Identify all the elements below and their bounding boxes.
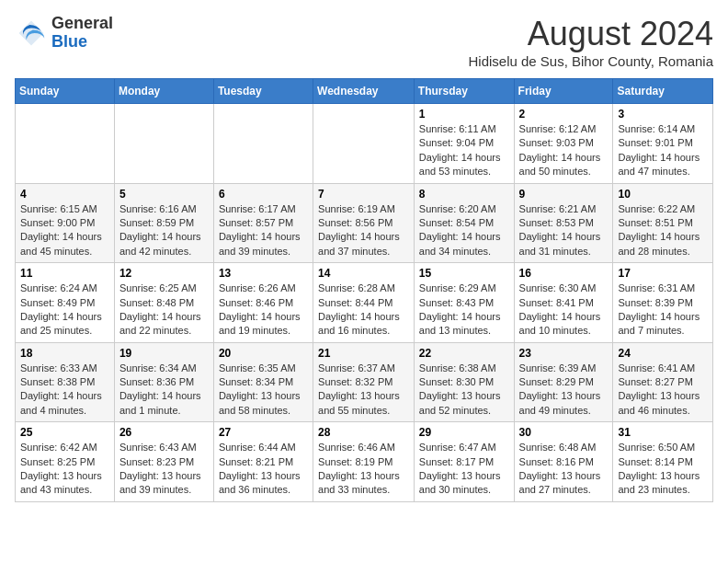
day-number: 10	[618, 188, 708, 201]
calendar-cell: 25Sunrise: 6:42 AM Sunset: 8:25 PM Dayli…	[16, 422, 115, 502]
calendar-cell: 28Sunrise: 6:46 AM Sunset: 8:19 PM Dayli…	[313, 422, 415, 502]
day-number: 11	[20, 267, 109, 280]
day-info: Sunrise: 6:17 AM Sunset: 8:57 PM Dayligh…	[219, 202, 308, 259]
title-block: August 2024 Hidiselu de Sus, Bihor Count…	[468, 15, 713, 69]
calendar-week-row: 18Sunrise: 6:33 AM Sunset: 8:38 PM Dayli…	[16, 342, 713, 422]
calendar-cell: 26Sunrise: 6:43 AM Sunset: 8:23 PM Dayli…	[114, 422, 213, 502]
day-header-friday: Friday	[514, 79, 613, 104]
day-number: 21	[318, 347, 409, 360]
day-info: Sunrise: 6:29 AM Sunset: 8:43 PM Dayligh…	[419, 282, 509, 339]
day-number: 7	[318, 188, 409, 201]
day-number: 27	[219, 426, 308, 439]
day-info: Sunrise: 6:22 AM Sunset: 8:51 PM Dayligh…	[618, 202, 708, 259]
day-info: Sunrise: 6:47 AM Sunset: 8:17 PM Dayligh…	[419, 441, 509, 498]
day-info: Sunrise: 6:24 AM Sunset: 8:49 PM Dayligh…	[20, 282, 109, 339]
calendar-cell: 6Sunrise: 6:17 AM Sunset: 8:57 PM Daylig…	[213, 183, 313, 263]
calendar-cell	[213, 104, 313, 184]
calendar-cell: 29Sunrise: 6:47 AM Sunset: 8:17 PM Dayli…	[414, 422, 514, 502]
day-info: Sunrise: 6:37 AM Sunset: 8:32 PM Dayligh…	[318, 362, 409, 419]
day-number: 12	[119, 267, 209, 280]
logo-general-text: General	[51, 14, 113, 32]
day-info: Sunrise: 6:28 AM Sunset: 8:44 PM Dayligh…	[318, 282, 409, 339]
calendar-cell	[114, 104, 213, 184]
day-number: 16	[519, 267, 609, 280]
day-number: 29	[419, 426, 509, 439]
day-header-wednesday: Wednesday	[313, 79, 415, 104]
day-number: 24	[618, 347, 708, 360]
calendar-cell: 7Sunrise: 6:19 AM Sunset: 8:56 PM Daylig…	[313, 183, 415, 263]
day-info: Sunrise: 6:26 AM Sunset: 8:46 PM Dayligh…	[219, 282, 308, 339]
calendar-cell: 19Sunrise: 6:34 AM Sunset: 8:36 PM Dayli…	[114, 342, 213, 422]
day-info: Sunrise: 6:31 AM Sunset: 8:39 PM Dayligh…	[618, 282, 708, 339]
day-number: 20	[219, 347, 308, 360]
calendar-cell: 11Sunrise: 6:24 AM Sunset: 8:49 PM Dayli…	[16, 263, 115, 343]
day-number: 26	[119, 426, 209, 439]
calendar-cell: 27Sunrise: 6:44 AM Sunset: 8:21 PM Dayli…	[213, 422, 313, 502]
logo-icon	[15, 17, 48, 50]
day-number: 2	[519, 108, 609, 121]
calendar-header-row: SundayMondayTuesdayWednesdayThursdayFrid…	[16, 79, 713, 104]
day-info: Sunrise: 6:30 AM Sunset: 8:41 PM Dayligh…	[519, 282, 609, 339]
day-header-tuesday: Tuesday	[213, 79, 313, 104]
day-info: Sunrise: 6:12 AM Sunset: 9:03 PM Dayligh…	[519, 122, 609, 179]
day-info: Sunrise: 6:42 AM Sunset: 8:25 PM Dayligh…	[20, 441, 109, 498]
calendar-cell: 21Sunrise: 6:37 AM Sunset: 8:32 PM Dayli…	[313, 342, 415, 422]
day-number: 23	[519, 347, 609, 360]
calendar-cell: 30Sunrise: 6:48 AM Sunset: 8:16 PM Dayli…	[514, 422, 613, 502]
day-number: 28	[318, 426, 409, 439]
location-subtitle: Hidiselu de Sus, Bihor County, Romania	[468, 53, 713, 69]
day-number: 13	[219, 267, 308, 280]
day-header-monday: Monday	[114, 79, 213, 104]
calendar-cell: 3Sunrise: 6:14 AM Sunset: 9:01 PM Daylig…	[613, 104, 713, 184]
day-number: 1	[419, 108, 509, 121]
calendar-cell: 31Sunrise: 6:50 AM Sunset: 8:14 PM Dayli…	[613, 422, 713, 502]
calendar-cell: 1Sunrise: 6:11 AM Sunset: 9:04 PM Daylig…	[414, 104, 514, 184]
day-number: 18	[20, 347, 109, 360]
day-number: 5	[119, 188, 209, 201]
calendar-cell: 24Sunrise: 6:41 AM Sunset: 8:27 PM Dayli…	[613, 342, 713, 422]
day-number: 3	[618, 108, 708, 121]
day-info: Sunrise: 6:14 AM Sunset: 9:01 PM Dayligh…	[618, 122, 708, 179]
calendar-cell: 17Sunrise: 6:31 AM Sunset: 8:39 PM Dayli…	[613, 263, 713, 343]
day-info: Sunrise: 6:48 AM Sunset: 8:16 PM Dayligh…	[519, 441, 609, 498]
calendar-cell: 5Sunrise: 6:16 AM Sunset: 8:59 PM Daylig…	[114, 183, 213, 263]
calendar-cell: 22Sunrise: 6:38 AM Sunset: 8:30 PM Dayli…	[414, 342, 514, 422]
calendar-cell: 8Sunrise: 6:20 AM Sunset: 8:54 PM Daylig…	[414, 183, 514, 263]
calendar-cell: 16Sunrise: 6:30 AM Sunset: 8:41 PM Dayli…	[514, 263, 613, 343]
day-info: Sunrise: 6:15 AM Sunset: 9:00 PM Dayligh…	[20, 202, 109, 259]
day-info: Sunrise: 6:50 AM Sunset: 8:14 PM Dayligh…	[618, 441, 708, 498]
day-number: 9	[519, 188, 609, 201]
day-header-thursday: Thursday	[414, 79, 514, 104]
calendar-cell: 9Sunrise: 6:21 AM Sunset: 8:53 PM Daylig…	[514, 183, 613, 263]
day-number: 25	[20, 426, 109, 439]
day-number: 22	[419, 347, 509, 360]
day-info: Sunrise: 6:33 AM Sunset: 8:38 PM Dayligh…	[20, 362, 109, 419]
day-info: Sunrise: 6:44 AM Sunset: 8:21 PM Dayligh…	[219, 441, 308, 498]
day-info: Sunrise: 6:43 AM Sunset: 8:23 PM Dayligh…	[119, 441, 209, 498]
day-info: Sunrise: 6:35 AM Sunset: 8:34 PM Dayligh…	[219, 362, 308, 419]
calendar-table: SundayMondayTuesdayWednesdayThursdayFrid…	[15, 78, 713, 502]
day-header-saturday: Saturday	[613, 79, 713, 104]
day-number: 17	[618, 267, 708, 280]
calendar-week-row: 11Sunrise: 6:24 AM Sunset: 8:49 PM Dayli…	[16, 263, 713, 343]
day-info: Sunrise: 6:20 AM Sunset: 8:54 PM Dayligh…	[419, 202, 509, 259]
day-number: 6	[219, 188, 308, 201]
day-number: 31	[618, 426, 708, 439]
calendar-week-row: 4Sunrise: 6:15 AM Sunset: 9:00 PM Daylig…	[16, 183, 713, 263]
calendar-cell: 4Sunrise: 6:15 AM Sunset: 9:00 PM Daylig…	[16, 183, 115, 263]
calendar-cell: 20Sunrise: 6:35 AM Sunset: 8:34 PM Dayli…	[213, 342, 313, 422]
calendar-cell: 18Sunrise: 6:33 AM Sunset: 8:38 PM Dayli…	[16, 342, 115, 422]
calendar-week-row: 1Sunrise: 6:11 AM Sunset: 9:04 PM Daylig…	[16, 104, 713, 184]
calendar-cell: 15Sunrise: 6:29 AM Sunset: 8:43 PM Dayli…	[414, 263, 514, 343]
calendar-cell: 10Sunrise: 6:22 AM Sunset: 8:51 PM Dayli…	[613, 183, 713, 263]
day-info: Sunrise: 6:46 AM Sunset: 8:19 PM Dayligh…	[318, 441, 409, 498]
logo: General Blue	[15, 15, 113, 52]
calendar-cell	[313, 104, 415, 184]
calendar-cell: 14Sunrise: 6:28 AM Sunset: 8:44 PM Dayli…	[313, 263, 415, 343]
day-info: Sunrise: 6:39 AM Sunset: 8:29 PM Dayligh…	[519, 362, 609, 419]
day-header-sunday: Sunday	[16, 79, 115, 104]
day-number: 4	[20, 188, 109, 201]
day-info: Sunrise: 6:34 AM Sunset: 8:36 PM Dayligh…	[119, 362, 209, 419]
day-number: 15	[419, 267, 509, 280]
day-info: Sunrise: 6:16 AM Sunset: 8:59 PM Dayligh…	[119, 202, 209, 259]
